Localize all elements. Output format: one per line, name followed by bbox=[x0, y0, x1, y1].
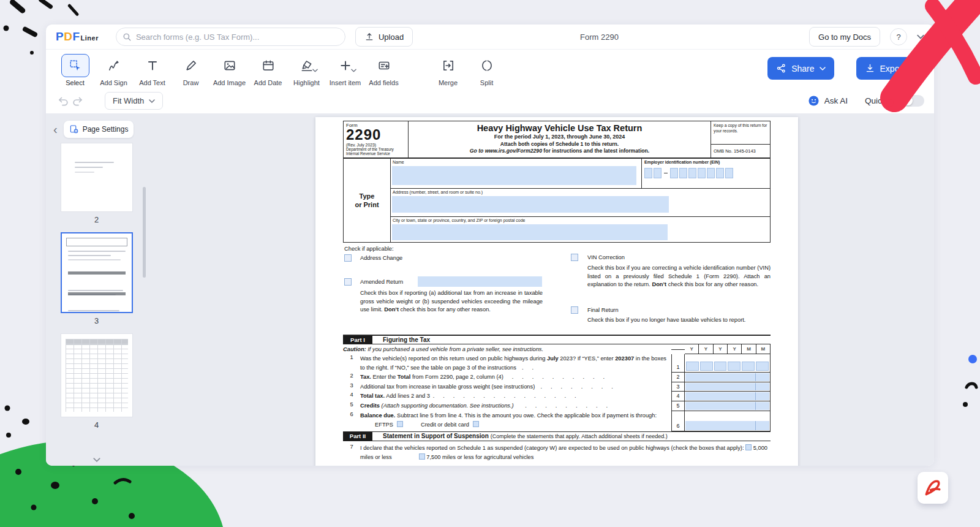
line-4-box-number: 4 bbox=[671, 392, 685, 401]
search-input[interactable] bbox=[136, 32, 339, 42]
part1-title: Figuring the Tax bbox=[383, 336, 430, 344]
line-6-amount-field[interactable] bbox=[685, 421, 769, 430]
merge-icon bbox=[442, 54, 455, 77]
tool-split[interactable]: Split bbox=[467, 54, 506, 86]
ein-boxes[interactable] bbox=[644, 168, 767, 178]
tool-add-image[interactable]: Add Image bbox=[210, 54, 249, 86]
share-label: Share bbox=[791, 64, 814, 74]
check-if-applicable-label: Check if applicable: bbox=[344, 245, 394, 254]
line-7-text: I declare that the vehicles reported on … bbox=[360, 444, 771, 462]
chevron-down-icon bbox=[149, 99, 155, 103]
eftps-label: EFTPS bbox=[375, 422, 393, 428]
zoom-dropdown[interactable]: Fit Width bbox=[105, 92, 163, 110]
ask-ai-button[interactable]: Ask AI bbox=[808, 95, 848, 107]
part2-title-wrap: Statement in Support of Suspension(Compl… bbox=[383, 432, 668, 441]
collapse-sidebar-button[interactable]: ‹ bbox=[52, 123, 59, 135]
logo-liner: Liner bbox=[81, 34, 99, 42]
acrobat-icon bbox=[923, 478, 943, 498]
part1-table: Caution: If you purchased a used vehicle… bbox=[343, 344, 771, 431]
keep-copy-note: Keep a copy of this return for your reco… bbox=[711, 121, 770, 145]
line-2-text: Tax. Enter the Total from Form 2290, pag… bbox=[360, 373, 671, 382]
plus-icon bbox=[339, 54, 352, 77]
line-3-amount-field[interactable] bbox=[685, 383, 769, 391]
credit-card-label: Credit or debit card bbox=[421, 422, 469, 428]
redo-button[interactable] bbox=[70, 94, 85, 108]
tool-select[interactable]: Select bbox=[56, 54, 94, 86]
name-cell: Name bbox=[391, 159, 641, 188]
line-number: 2 bbox=[343, 373, 360, 382]
tool-merge[interactable]: Merge bbox=[429, 54, 467, 86]
page-thumbnail-4[interactable] bbox=[61, 333, 133, 417]
sidebar-scrollbar[interactable] bbox=[143, 187, 146, 278]
tool-add-date[interactable]: Add Date bbox=[249, 54, 287, 86]
tool-add-fields[interactable]: Add fields bbox=[364, 54, 403, 86]
line-number: 7 bbox=[343, 444, 360, 462]
line-4-amount-field[interactable] bbox=[685, 392, 769, 400]
pdfliner-app-window: PDFLiner Upload Form 2290 Go to my Docs … bbox=[46, 25, 934, 466]
tool-highlight[interactable]: Highlight bbox=[287, 54, 326, 86]
taxpayer-info-block: Type or Print Name Employer identificat bbox=[343, 159, 771, 243]
city-cell: City or town, state or province, country… bbox=[391, 217, 770, 242]
go-to-my-docs-button[interactable]: Go to my Docs bbox=[809, 27, 880, 47]
tool-add-sign[interactable]: Add Sign bbox=[94, 54, 133, 86]
line-number: 5 bbox=[343, 401, 360, 411]
editing-toolbar: Select Add Sign Add Text Draw Add Image … bbox=[46, 49, 934, 88]
line-6-row: 6 Balance due. Subtract line 5 from line… bbox=[343, 411, 771, 431]
vin-correction-checkbox[interactable] bbox=[571, 254, 578, 261]
city-input-field[interactable] bbox=[392, 224, 668, 240]
mileage-7500-checkbox[interactable] bbox=[419, 453, 425, 460]
share-button[interactable]: Share bbox=[767, 57, 834, 80]
tool-add-text[interactable]: Add Text bbox=[133, 54, 172, 86]
upload-button[interactable]: Upload bbox=[355, 27, 413, 47]
account-chevron-down-icon[interactable] bbox=[917, 34, 924, 39]
export-button[interactable]: Export bbox=[856, 57, 924, 80]
page-thumbnail-2[interactable] bbox=[61, 143, 133, 212]
line-5-amount-field[interactable] bbox=[685, 402, 769, 410]
name-input-field[interactable] bbox=[392, 166, 636, 185]
quick-fill-label: Quick fill bbox=[865, 96, 896, 105]
part2-badge: Part II bbox=[343, 432, 372, 441]
line-2-row: 2 Tax. Enter the Total from Form 2290, p… bbox=[343, 373, 771, 382]
document-page: Form 2290 (Rev. July 2023) Department of… bbox=[315, 117, 798, 466]
address-input-field[interactable] bbox=[392, 196, 669, 213]
page-thumbnail-3[interactable] bbox=[61, 232, 133, 313]
page-settings-button[interactable]: Page Settings bbox=[64, 121, 134, 138]
view-toolbar: Fit Width Ask AI Quick fill bbox=[46, 88, 934, 113]
line-4-row: 4 Total tax. Add lines 2 and 3 . . . . .… bbox=[343, 392, 771, 401]
zoom-value: Fit Width bbox=[113, 96, 144, 105]
chevron-down-icon[interactable] bbox=[351, 64, 356, 75]
line-1-box-number: 1 bbox=[671, 354, 685, 373]
vin-correction-description: Check this box if you are correcting a v… bbox=[587, 264, 771, 289]
quick-fill-toggle[interactable] bbox=[902, 95, 924, 107]
form-2290: Form 2290 (Rev. July 2023) Department of… bbox=[343, 121, 771, 462]
tool-draw[interactable]: Draw bbox=[172, 54, 210, 86]
chevron-down-icon bbox=[820, 67, 826, 70]
ein-dash bbox=[664, 173, 668, 174]
amended-return-checkbox[interactable] bbox=[344, 278, 352, 286]
help-button[interactable]: ? bbox=[890, 28, 907, 45]
line-2-amount bbox=[685, 373, 771, 382]
chevron-down-icon bbox=[910, 67, 916, 70]
tool-label: Draw bbox=[183, 79, 199, 86]
chevron-down-icon[interactable] bbox=[312, 64, 318, 75]
line-2-amount-field[interactable] bbox=[685, 373, 769, 381]
eftps-checkbox[interactable] bbox=[397, 421, 403, 427]
logo-letter-p: P bbox=[56, 30, 64, 44]
mileage-5000-checkbox[interactable] bbox=[745, 444, 752, 450]
final-return-checkbox[interactable] bbox=[571, 306, 578, 314]
tool-insert-item[interactable]: Insert item bbox=[326, 54, 364, 86]
undo-button[interactable] bbox=[56, 94, 70, 108]
address-change-checkbox[interactable] bbox=[344, 254, 352, 262]
editor-canvas: ‹ Page Settings 2 bbox=[46, 113, 934, 466]
line-number: 6 bbox=[343, 411, 360, 431]
credit-card-checkbox[interactable] bbox=[473, 421, 479, 427]
date-entry-boxes[interactable] bbox=[686, 362, 769, 371]
amended-return-input-field[interactable] bbox=[418, 276, 542, 287]
tool-label: Merge bbox=[439, 79, 458, 86]
pdfliner-logo[interactable]: PDFLiner bbox=[56, 30, 99, 44]
search-bar[interactable] bbox=[116, 28, 345, 46]
date-header-spacer bbox=[671, 349, 685, 350]
upload-icon bbox=[364, 32, 374, 42]
line-3-box-number: 3 bbox=[671, 382, 685, 392]
scroll-down-chevron-icon[interactable] bbox=[93, 453, 100, 464]
